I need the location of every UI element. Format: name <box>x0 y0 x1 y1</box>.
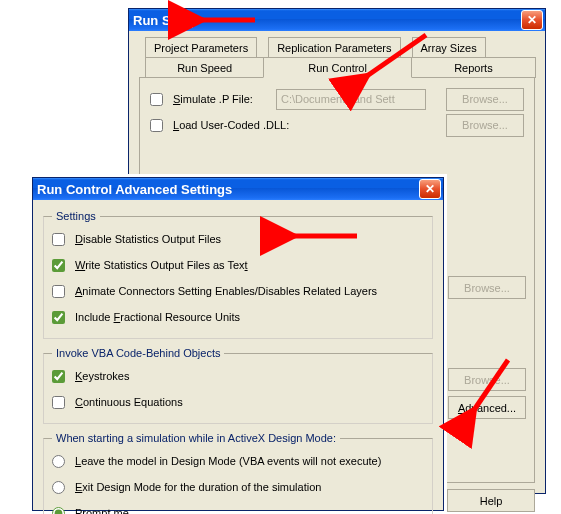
disable-stats-checkbox[interactable] <box>52 233 65 246</box>
browse-button-2[interactable]: Browse... <box>446 114 524 137</box>
browse-button-1[interactable]: Browse... <box>446 88 524 111</box>
tab-run-control[interactable]: Run Control <box>263 57 412 78</box>
keystrokes-label: Keystrokes <box>75 370 129 382</box>
write-stats-text-checkbox[interactable] <box>52 259 65 272</box>
load-dll-label: Load User-Coded .DLL: <box>173 119 289 131</box>
browse-button-3[interactable]: Browse... <box>448 276 526 299</box>
leave-design-radio[interactable] <box>52 455 65 468</box>
invoke-vba-group: Invoke VBA Code-Behind Objects Keystroke… <box>43 347 433 424</box>
close-icon[interactable]: ✕ <box>521 10 543 30</box>
load-dll-checkbox[interactable] <box>150 119 163 132</box>
advanced-body: Settings Disable Statistics Output Files… <box>33 200 443 514</box>
simulate-p-row: Simulate .P File: C:\Documents and Sett … <box>150 86 524 112</box>
include-fractional-label: Include Fractional Resource Units <box>75 311 240 323</box>
help-button[interactable]: Help <box>447 489 535 512</box>
prompt-me-radio[interactable] <box>52 507 65 515</box>
exit-design-radio[interactable] <box>52 481 65 494</box>
settings-group: Settings Disable Statistics Output Files… <box>43 210 433 339</box>
simulate-p-label: Simulate .P File: <box>173 93 253 105</box>
starting-group: When starting a simulation while in Acti… <box>43 432 433 514</box>
advanced-titlebar: Run Control Advanced Settings ✕ <box>33 178 443 200</box>
advanced-settings-window: Run Control Advanced Settings ✕ Settings… <box>32 177 444 511</box>
run-setup-title: Run Setup <box>133 13 521 28</box>
advanced-button[interactable]: Advanced... <box>448 396 526 419</box>
starting-legend: When starting a simulation while in Acti… <box>52 432 340 444</box>
advanced-title: Run Control Advanced Settings <box>37 182 419 197</box>
simulate-p-checkbox[interactable] <box>150 93 163 106</box>
tab-project-parameters[interactable]: Project Parameters <box>145 37 257 58</box>
tab-run-speed[interactable]: Run Speed <box>145 57 264 78</box>
tab-reports[interactable]: Reports <box>411 57 536 78</box>
invoke-vba-legend: Invoke VBA Code-Behind Objects <box>52 347 224 359</box>
disable-stats-label: Disable Statistics Output Files <box>75 233 221 245</box>
animate-connectors-label: Animate Connectors Setting Enables/Disab… <box>75 285 377 297</box>
include-fractional-checkbox[interactable] <box>52 311 65 324</box>
close-icon[interactable]: ✕ <box>419 179 441 199</box>
write-stats-text-label: Write Statistics Output Files as Text <box>75 259 248 271</box>
settings-legend: Settings <box>52 210 100 222</box>
tab-array-sizes[interactable]: Array Sizes <box>412 37 486 58</box>
browse-button-4[interactable]: Browse... <box>448 368 526 391</box>
animate-connectors-checkbox[interactable] <box>52 285 65 298</box>
continuous-label: Continuous Equations <box>75 396 183 408</box>
run-setup-titlebar: Run Setup ✕ <box>129 9 545 31</box>
continuous-checkbox[interactable] <box>52 396 65 409</box>
keystrokes-checkbox[interactable] <box>52 370 65 383</box>
simulate-p-path: C:\Documents and Sett <box>276 89 426 110</box>
prompt-me-label: Prompt me <box>75 507 129 514</box>
tab-replication-parameters[interactable]: Replication Parameters <box>268 37 400 58</box>
leave-design-label: Leave the model in Design Mode (VBA even… <box>75 455 381 467</box>
tab-strip: Project Parameters Replication Parameter… <box>145 37 535 77</box>
load-dll-row: Load User-Coded .DLL: Browse... <box>150 112 524 138</box>
exit-design-label: Exit Design Mode for the duration of the… <box>75 481 321 493</box>
